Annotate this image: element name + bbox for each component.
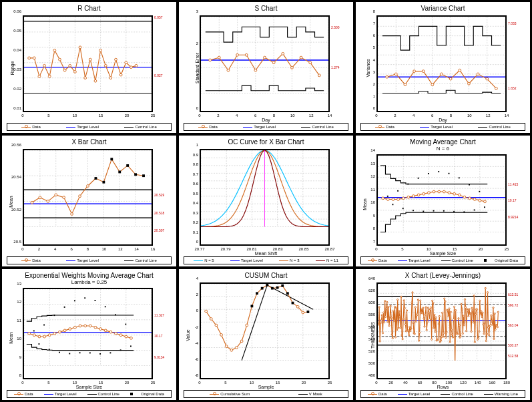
svg-point-437 (464, 298, 465, 300)
svg-line-268 (242, 285, 267, 361)
right-marker: 0.027 (154, 73, 172, 77)
y-tick: 0.2 (184, 220, 198, 224)
y-tick: 0.3 (184, 211, 198, 215)
x-tick: 40 (403, 381, 408, 385)
y-tick: 11 (360, 188, 375, 192)
svg-point-249 (104, 329, 107, 332)
legend-item: Cumulative Sum (210, 392, 250, 396)
x-tick: 20 (125, 114, 129, 118)
svg-point-190 (438, 190, 441, 193)
x-tick: 10 (250, 381, 254, 385)
svg-point-318 (380, 322, 381, 323)
svg-point-335 (392, 337, 393, 339)
svg-point-244 (79, 325, 81, 327)
plot-box (200, 282, 330, 379)
svg-point-189 (433, 190, 435, 193)
svg-point-442 (468, 315, 469, 317)
svg-point-330 (388, 325, 390, 327)
svg-point-424 (455, 310, 457, 311)
svg-point-21 (59, 58, 61, 61)
svg-point-271 (210, 318, 212, 321)
chart-title: R Chart (4, 4, 174, 13)
chart-title: S Chart (181, 4, 351, 13)
legend-label: N = 11 (326, 258, 338, 262)
svg-point-373 (419, 332, 420, 333)
x-tick: 8 (273, 114, 275, 118)
svg-point-466 (485, 287, 486, 288)
svg-point-408 (444, 298, 445, 299)
x-tick: 80 (432, 381, 437, 385)
x-tick: 8 (87, 247, 89, 251)
svg-point-250 (109, 331, 112, 333)
svg-rect-124 (142, 174, 145, 177)
svg-point-393 (433, 327, 435, 329)
plot-box (200, 149, 330, 246)
svg-rect-279 (250, 305, 253, 308)
svg-point-332 (390, 305, 391, 307)
svg-point-185 (413, 195, 415, 198)
legend-item: Data (375, 125, 394, 129)
svg-point-31 (109, 77, 112, 79)
x-axis-label: Sample Size (430, 251, 456, 256)
svg-point-427 (457, 333, 459, 335)
legend-swatch (243, 125, 252, 129)
svg-point-23 (69, 64, 71, 67)
legend-item: Control Line (478, 125, 510, 129)
y-tick: 0.01 (7, 106, 21, 110)
svg-point-417 (450, 311, 451, 313)
svg-point-86 (431, 83, 434, 86)
svg-point-459 (480, 314, 481, 315)
y-tick: -2 (184, 325, 198, 329)
svg-point-273 (220, 333, 223, 336)
svg-point-62 (318, 74, 320, 77)
svg-point-384 (427, 321, 428, 323)
svg-point-454 (476, 309, 477, 310)
svg-point-18 (43, 64, 46, 67)
legend-swatch (14, 392, 23, 396)
svg-point-254 (130, 337, 133, 339)
svg-point-421 (453, 319, 454, 320)
x-tick: 6 (431, 114, 433, 118)
y-tick: 500 (360, 361, 375, 365)
svg-point-435 (463, 315, 464, 317)
legend-label: Target Level (431, 125, 453, 129)
svg-point-382 (425, 307, 427, 308)
svg-point-242 (69, 328, 71, 331)
svg-point-192 (448, 192, 451, 194)
legend: DataTarget LevelControl LineOriginal Dat… (360, 256, 525, 264)
x-axis-label: Day (262, 118, 270, 122)
svg-point-238 (48, 334, 51, 337)
legend-swatch (124, 258, 134, 262)
x-tick: 10 (102, 247, 107, 251)
legend-label: Target Level (77, 125, 99, 129)
legend-swatch (298, 392, 308, 396)
plot-box (376, 15, 507, 112)
svg-rect-174 (463, 211, 465, 212)
svg-point-327 (386, 301, 388, 303)
x-tick: 5 (224, 381, 226, 385)
svg-point-345 (399, 317, 401, 318)
legend-swatch (230, 258, 240, 262)
svg-rect-286 (286, 292, 289, 294)
x-tick: 0 (198, 381, 200, 385)
y-tick: 600 (360, 300, 375, 305)
x-tick: 12 (486, 114, 491, 118)
y-tick: 520 (360, 349, 375, 353)
svg-point-439 (465, 330, 467, 331)
svg-point-456 (478, 338, 479, 339)
svg-point-29 (99, 49, 102, 52)
svg-point-450 (473, 295, 475, 296)
svg-rect-161 (397, 190, 398, 192)
svg-point-323 (383, 322, 384, 323)
svg-point-461 (481, 316, 483, 317)
y-tick: 10 (360, 200, 375, 204)
svg-point-333 (390, 317, 392, 319)
x-tick: 2 (38, 247, 40, 251)
y-tick: 580 (360, 313, 375, 317)
svg-rect-233 (130, 345, 131, 347)
svg-rect-216 (43, 325, 45, 326)
svg-point-352 (404, 307, 405, 309)
legend-item: Control Line (441, 392, 473, 396)
x-tick: 0 (21, 114, 23, 118)
svg-point-401 (439, 315, 440, 317)
